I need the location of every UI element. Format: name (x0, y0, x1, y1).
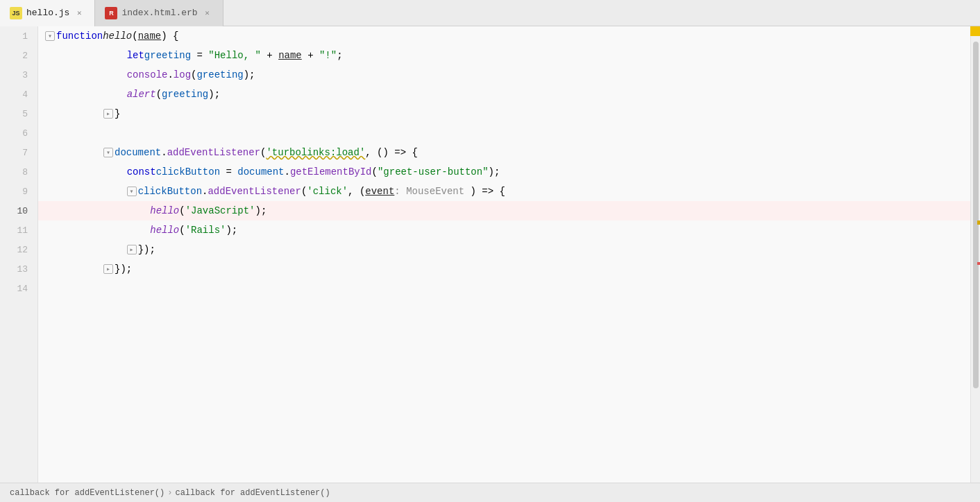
line-num-3: 3 (0, 65, 32, 85)
code-line-13: ▸}); (38, 259, 970, 279)
marker-yellow-line (977, 220, 980, 225)
code-line-14 (38, 279, 970, 298)
scrollbar-track[interactable] (970, 26, 980, 483)
js-icon: JS (10, 7, 22, 19)
line-num-11: 11 (0, 220, 32, 240)
tab-hello-js[interactable]: JS hello.js ✕ (0, 0, 95, 26)
line-num-12: 12 (0, 240, 32, 259)
scrollbar-thumb[interactable] (973, 42, 979, 388)
marker-yellow-top (970, 26, 980, 36)
tab-bar: JS hello.js ✕ R index.html.erb ✕ (0, 0, 980, 26)
line-num-14: 14 (0, 279, 32, 298)
tab-close-hello-js[interactable]: ✕ (74, 8, 85, 19)
code-line-1: ▾function hello(name) { (38, 26, 970, 46)
line-num-7: 7 (0, 143, 32, 162)
line-number-gutter: 1 2 3 4 5 6 7 8 9 10 11 12 13 14 (0, 26, 38, 483)
line-num-4: 4 (0, 85, 32, 104)
line-num-9: 9 (0, 182, 32, 201)
code-line-10: hello('JavaScript'); (38, 201, 970, 220)
fold-marker-5[interactable]: ▸ (103, 109, 113, 119)
code-line-5: ▸} (38, 104, 970, 123)
breadcrumb-bar: callback for addEventListener() › callba… (0, 483, 980, 502)
line-num-2: 2 (0, 46, 32, 65)
line-num-6: 6 (0, 123, 32, 143)
tab-close-index-erb[interactable]: ✕ (202, 8, 213, 19)
code-line-4: alert(greeting); (38, 85, 970, 104)
code-line-9: ▾clickButton.addEventListener('click', (… (38, 182, 970, 201)
code-line-3: console.log(greeting); (38, 65, 970, 85)
fold-marker-7[interactable]: ▾ (103, 148, 113, 157)
rb-icon: R (105, 7, 117, 19)
code-line-11: hello('Rails'); (38, 220, 970, 240)
tab-index-html-erb[interactable]: R index.html.erb ✕ (95, 0, 223, 26)
line-num-13: 13 (0, 259, 32, 279)
line-num-5: 5 (0, 104, 32, 123)
code-line-8: const clickButton = document.getElementB… (38, 162, 970, 182)
breadcrumb-item-1: callback for addEventListener() (10, 488, 164, 498)
line-num-1: 1 (0, 26, 32, 46)
code-content[interactable]: ▾function hello(name) { let greeting = "… (38, 26, 970, 483)
code-line-12: ▸}); (38, 240, 970, 259)
editor-area: 1 2 3 4 5 6 7 8 9 10 11 12 13 14 ▾functi… (0, 26, 980, 483)
line-num-8: 8 (0, 162, 32, 182)
tab-label-index-erb: index.html.erb (121, 8, 197, 18)
code-line-2: let greeting = "Hello, " + name + "!"; (38, 46, 970, 65)
fold-marker-9[interactable]: ▾ (127, 187, 137, 196)
code-line-7: ▾document.addEventListener('turbolinks:l… (38, 143, 970, 162)
marker-red (977, 262, 980, 265)
fold-marker-12[interactable]: ▸ (127, 245, 137, 254)
tab-label-hello-js: hello.js (26, 8, 69, 18)
code-line-6 (38, 123, 970, 143)
line-num-10: 10 (0, 201, 32, 220)
fold-marker-1[interactable]: ▾ (45, 31, 55, 41)
fold-marker-13[interactable]: ▸ (103, 264, 113, 274)
breadcrumb-item-2: callback for addEventListener() (175, 488, 330, 498)
breadcrumb-separator: › (167, 488, 172, 498)
